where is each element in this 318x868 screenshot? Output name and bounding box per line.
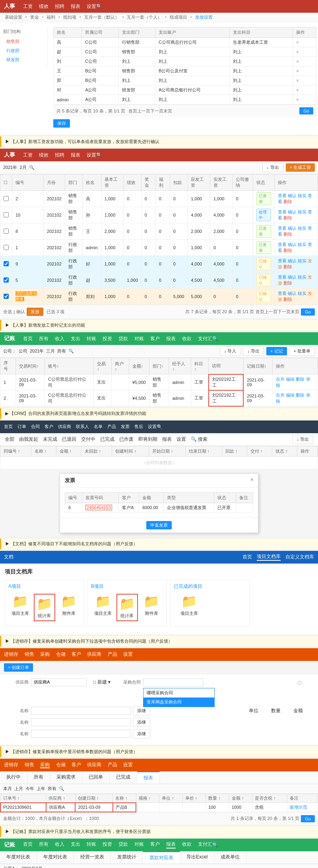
action-verify[interactable]: 核实 [298,275,306,279]
tab-export-excel[interactable]: 导出Excel [180,851,214,864]
delete-btn[interactable]: × [296,40,299,45]
tab-all[interactable]: 所有 [27,771,50,784]
delete-btn[interactable]: × [296,87,299,93]
ln-home[interactable]: 首页 [23,841,33,849]
add-record-btn[interactable]: + 记记 [266,347,287,355]
nav2-perf[interactable]: 绩效 [39,152,48,159]
action-delete[interactable]: 删除 [283,232,292,236]
apply-invoice-btn[interactable]: 申返发票 [146,521,172,529]
dept-sales[interactable]: 销售部 [3,37,44,46]
action-view[interactable]: 查看 [278,242,287,247]
ln-invest[interactable]: 投资 [103,841,112,849]
dropdown-item-2[interactable]: 竖库网盘采购合同 [143,698,214,707]
sn-delivering[interactable]: 交付中 [81,436,95,443]
tab-returned[interactable]: 已回单 [82,771,110,784]
folder-attach-a[interactable]: 📁 附件库 [58,594,79,621]
sn-report[interactable]: 报表 [162,436,172,443]
inv2-nav-supplier[interactable]: 供应商 [87,762,101,767]
action-view[interactable]: 查看 [278,275,287,279]
inv-go-btn[interactable]: Go [301,815,315,822]
search-icon-8[interactable]: 🔍 [212,842,218,848]
folder-attach-b[interactable]: 📁 附件库 [141,594,162,621]
acc-year[interactable]: 2021年 [30,348,44,354]
action-confirm[interactable]: 确认 [288,275,297,279]
delete-btn[interactable]: × [296,97,299,103]
action-confirm[interactable]: 确认 [288,209,297,214]
inv2-nav-warehouse[interactable]: 仓储 [56,762,66,767]
doc-nav-home[interactable]: 首页 [242,554,252,560]
action-view[interactable]: 查看 [278,209,287,214]
delete-btn[interactable]: × [296,68,299,74]
sn-returned[interactable]: 已退回 [62,436,76,443]
inv2-nav-product[interactable]: 产品 [108,762,117,767]
acc-all[interactable]: 所有 [57,348,66,354]
filter-thismonth[interactable]: 本月 [3,786,12,792]
tab-executing[interactable]: 执行中 [0,771,27,784]
sn-done[interactable]: 已完成 [100,436,114,443]
import-btn[interactable]: ↓ 导入 [220,347,241,356]
acc-nav-pay[interactable]: 支付汇 [198,335,212,342]
nav-settings[interactable]: 设置 [87,3,96,10]
inv-nav-client[interactable]: 客户 [72,651,81,657]
action-merge[interactable]: 合并 [276,393,285,397]
invoice-link[interactable]: 2456454153 [85,505,112,510]
acc-month[interactable]: 三月 [46,348,55,354]
nav2-salary[interactable]: 工资 [23,152,33,159]
bc-welfare[interactable]: 福利 [47,14,55,20]
inv2-nav-sales[interactable]: 销售 [25,762,34,767]
page-next[interactable]: 下一页 [150,108,163,114]
search-icon-2[interactable]: 🔍 [96,152,102,158]
filter-all[interactable]: 所有 [48,786,56,792]
bc-bonus[interactable]: 奖金 [30,14,39,20]
ln-all[interactable]: 所有 [39,841,48,849]
inv-nav-product[interactable]: 产品 [108,651,117,657]
bc-mutual1[interactable]: 互斥一套（默认） [84,14,119,20]
action-delete[interactable]: 删除 [283,281,292,285]
ln-collect[interactable]: 收款 [182,841,192,849]
page-prev[interactable]: 上一页 [137,108,150,114]
ln-client[interactable]: 客户 [150,841,160,849]
action-confirm[interactable]: 确认 [288,193,297,198]
export-btn-2[interactable]: ↓ 导出 [243,347,264,356]
row-check[interactable] [4,212,9,217]
add-item-btn-2[interactable]: 添继 [133,718,150,727]
sn-search[interactable]: 🔍 搜索 [191,436,207,443]
crm-client[interactable]: 客户 [45,424,53,430]
save-button-1[interactable]: 保存 [53,119,70,128]
action-view[interactable]: 查看 [278,258,287,263]
add-item-btn-1[interactable]: 添继 [133,706,150,715]
ln-pay[interactable]: 支付汇 [198,841,212,849]
batch-btn[interactable]: + 批量单 [289,347,315,356]
item-name-input-2[interactable] [31,718,130,726]
row-check[interactable] [4,261,9,266]
ln-reconcile[interactable]: 对账 [134,841,144,849]
item-name-input-1[interactable] [31,707,130,715]
nav-performance[interactable]: 绩效 [39,3,48,10]
crm-aftersale[interactable]: 售后 [134,424,143,430]
inv2-nav-purchase[interactable]: 采购 [40,762,50,768]
action-view[interactable]: 查看 [278,291,287,296]
filter-lastyear[interactable]: 上年 [37,786,45,792]
p-last[interactable]: 末页 [291,309,299,315]
acc-nav-transfer[interactable]: 转账 [87,335,96,342]
search-icon-4[interactable]: 🔍 [157,424,163,430]
nav-salary[interactable]: 工资 [23,3,33,10]
add-item-btn-3[interactable]: 添继 [133,729,150,738]
row-check[interactable] [4,277,9,283]
crm-order[interactable]: 订单 [17,424,26,430]
acc-nav-home[interactable]: 首页 [23,335,33,342]
tab-annual[interactable]: 年度对比表 [0,851,37,864]
crm-supplier[interactable]: 供应商 [58,424,71,430]
dept-admin[interactable]: 行政部 [3,46,44,55]
action-edit[interactable]: 编辑 [286,393,295,397]
p-next[interactable]: 下一页 [277,309,291,315]
supplier-input[interactable] [31,678,87,686]
tab-invoice-stat[interactable]: 发票统计 [111,851,143,864]
acc-nav-income[interactable]: 收入 [55,335,64,342]
sn-settings[interactable]: 设置 [176,436,186,443]
bc-deduct[interactable]: 抵扣项 [63,14,76,20]
acc-nav-collect[interactable]: 收款 [182,335,192,342]
crm-product[interactable]: 产品 [107,424,116,430]
tab-annual2[interactable]: 年度对比表 [37,851,74,864]
bc-compose[interactable]: 组成项目 [170,14,187,20]
